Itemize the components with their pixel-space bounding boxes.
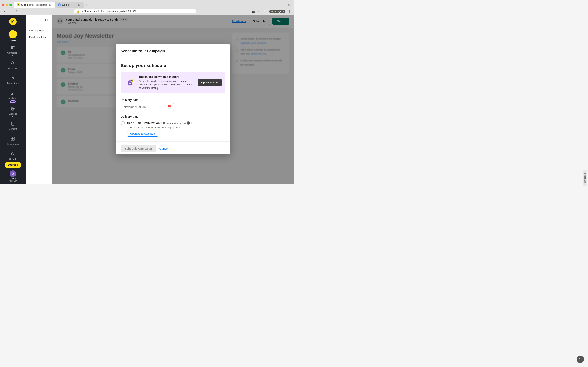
svg-rect-15 — [47, 18, 48, 21]
sidebar-item-website[interactable]: Website ▼ — [1, 105, 24, 119]
upgrade-button[interactable]: Upgrade — [5, 162, 21, 168]
promo-banner: Reach people when it matters Schedule em… — [121, 72, 225, 93]
left-nav-all-campaigns[interactable]: All campaigns — [26, 27, 52, 34]
sidebar-item-analytics[interactable]: Analytics New — [1, 89, 24, 104]
incognito-icon: 🕵 — [271, 10, 274, 13]
sidebar-item-content[interactable]: Content ▼ — [1, 120, 24, 134]
radio-label-row: Send Time Optimization Recommended for y… — [127, 121, 192, 125]
radio-label-send-time: Send Time Optimization — [127, 121, 160, 125]
website-icon — [11, 106, 15, 112]
sidebar-nav: Create Campaigns ▼ Audience ▼ — [0, 29, 26, 162]
nav-forward[interactable]: › — [9, 9, 13, 14]
delivery-date-label: Delivery date — [121, 98, 225, 101]
left-nav-email-templates[interactable]: Email templates — [26, 34, 52, 41]
google-tab-label: Google — [62, 3, 70, 6]
modal-section-title: Set up your schedule — [121, 63, 225, 68]
tab-bar-expand[interactable]: ≫ — [287, 2, 292, 7]
browser-menu-icon[interactable]: ⋮ — [287, 9, 292, 14]
delivery-time-label: Delivery time — [121, 115, 225, 118]
svg-rect-5 — [12, 93, 13, 95]
modal-close-button[interactable]: × — [219, 48, 225, 54]
nav-back[interactable]: ‹ — [2, 9, 7, 14]
address-text: us21.admin.mailchimp.com/campaigns/edit?… — [81, 10, 136, 13]
sidebar-item-label-search: Search — [9, 158, 17, 160]
sidebar-item-label-campaigns: Campaigns — [7, 52, 18, 54]
analytics-icon — [11, 91, 15, 96]
user-section[interactable]: D Daisy Mood Joy — [8, 170, 17, 182]
recommended-badge: Recommended for you i — [161, 121, 192, 125]
modal-header: Schedule Your Campaign × — [116, 44, 230, 58]
sidebar-item-label-automations: Automations — [7, 82, 19, 84]
campaigns-chevron: ▼ — [12, 55, 14, 57]
new-tab-button[interactable]: + — [84, 2, 90, 8]
sidebar-item-integrations[interactable]: Integrations ▼ — [1, 135, 24, 150]
app-container: M Create Campaigns ▼ — [0, 15, 294, 184]
incognito-badge: 🕵 Incognito — [269, 10, 285, 13]
svg-rect-9 — [11, 137, 13, 139]
radio-desc-send-time: The best send time for maximum engagemen… — [127, 126, 192, 129]
integrations-icon — [11, 137, 15, 142]
delivery-date-field: Delivery date 📅 — [121, 98, 225, 111]
audience-chevron: ▼ — [12, 70, 14, 72]
google-tab-close[interactable]: ✕ — [77, 3, 81, 7]
schedule-campaign-button[interactable]: Schedule Campaign — [121, 145, 156, 152]
browser-star-icon[interactable]: ☆ — [257, 9, 261, 14]
sidebar-item-search[interactable]: Search — [1, 150, 24, 162]
avatar: D — [9, 170, 16, 177]
info-icon[interactable]: i — [187, 121, 190, 125]
browser-tab-google[interactable]: G Google ✕ — [55, 2, 84, 8]
modal-title: Schedule Your Campaign — [121, 49, 165, 53]
svg-rect-8 — [11, 122, 14, 125]
content-chevron: ▼ — [12, 131, 14, 133]
date-input-wrapper: 📅 — [121, 103, 174, 111]
upgrade-now-button[interactable]: Upgrade Now — [198, 79, 222, 86]
sidebar-item-automations[interactable]: Automations ▼ — [1, 74, 24, 89]
incognito-label: Incognito — [275, 10, 284, 13]
traffic-light-yellow[interactable] — [6, 4, 8, 6]
browser-tab-mailchimp[interactable]: M Campaigns | Mailchimp ✕ — [14, 2, 54, 8]
svg-rect-14 — [45, 18, 46, 21]
traffic-light-green[interactable] — [9, 4, 12, 6]
user-name: Daisy — [8, 177, 17, 180]
mailchimp-tab-close[interactable]: ✕ — [48, 3, 52, 7]
sidebar-item-audience[interactable]: Audience ▼ — [1, 59, 24, 74]
audience-icon — [11, 60, 15, 66]
browser-split-icon[interactable]: ⬜ — [263, 9, 268, 14]
automations-chevron: ▼ — [12, 85, 14, 87]
promo-title: Reach people when it matters — [139, 75, 195, 78]
svg-rect-10 — [13, 137, 15, 139]
delivery-time-section: Delivery time Send Time Optimization Rec… — [121, 115, 225, 137]
campaigns-icon — [11, 45, 15, 51]
radio-button-send-time[interactable] — [121, 121, 125, 125]
promo-text: Reach people when it matters Schedule em… — [139, 75, 195, 90]
user-info: Daisy Mood Joy — [8, 177, 17, 182]
sidebar-item-create[interactable]: Create — [1, 29, 24, 43]
main-content: Your email campaign is ready to send! Dr… — [52, 15, 294, 184]
svg-point-3 — [13, 62, 14, 63]
traffic-light-red[interactable] — [2, 4, 4, 6]
sidebar-item-label-analytics: Analytics — [8, 97, 17, 100]
sidebar-logo: M — [9, 18, 17, 25]
cancel-button[interactable]: Cancel — [159, 147, 168, 150]
analytics-new-badge: New — [10, 100, 16, 103]
sidebar-item-label-audience: Audience — [8, 67, 17, 69]
panel-expand-icon[interactable] — [44, 17, 49, 22]
modal-overlay[interactable]: Schedule Your Campaign × Set up your sch… — [52, 15, 294, 184]
radio-content-send-time: Send Time Optimization Recommended for y… — [127, 121, 192, 137]
lock-icon: 🔒 — [77, 10, 80, 13]
upgrade-to-standard-button[interactable]: Upgrade to Standard — [127, 131, 158, 137]
nav-reload[interactable]: ↻ — [15, 9, 19, 14]
automations-icon — [11, 76, 15, 81]
address-bar[interactable]: 🔒 us21.admin.mailchimp.com/campaigns/edi… — [74, 9, 196, 13]
svg-rect-11 — [11, 139, 13, 141]
sidebar-item-label-content: Content — [9, 128, 17, 130]
browser-address-bar: ‹ › ↻ 🔒 us21.admin.mailchimp.com/campaig… — [0, 8, 294, 15]
sidebar-item-label-integrations: Integrations — [7, 143, 18, 145]
delivery-date-input[interactable] — [121, 103, 174, 111]
send-time-optimization-option: Send Time Optimization Recommended for y… — [121, 121, 225, 137]
search-sidebar-icon — [11, 152, 15, 157]
website-chevron: ▼ — [12, 116, 14, 118]
sidebar-item-campaigns[interactable]: Campaigns ▼ — [1, 44, 24, 58]
browser-extension-icon[interactable]: 📷 — [251, 9, 255, 14]
left-panel: All campaigns Email templates — [26, 15, 52, 184]
